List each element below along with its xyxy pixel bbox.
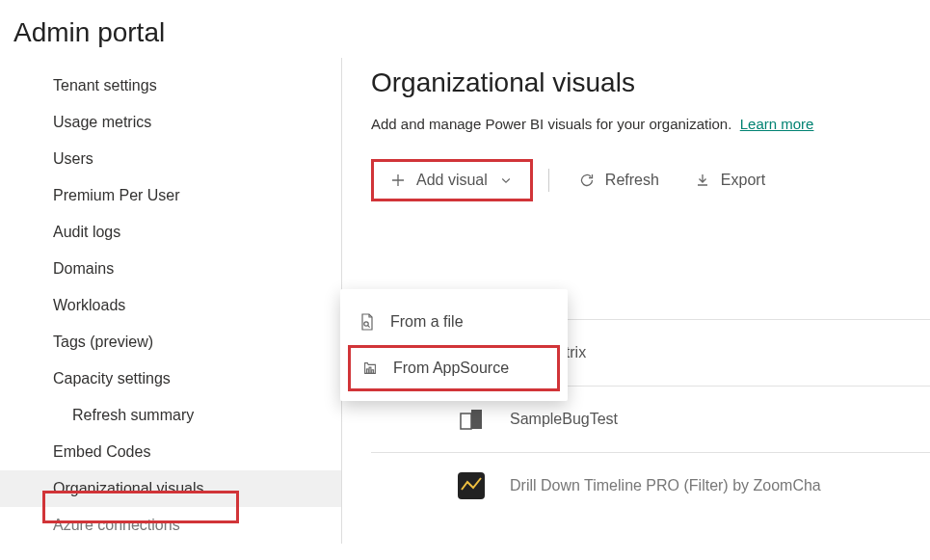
dropdown-from-appsource-label: From AppSource — [393, 360, 509, 377]
sidebar-item-azure-connections[interactable]: Azure connections — [0, 507, 341, 544]
sidebar-item-embed-codes[interactable]: Embed Codes — [0, 434, 341, 470]
list-item[interactable]: Drill Down Timeline PRO (Filter) by Zoom… — [371, 453, 930, 519]
export-label: Export — [721, 172, 765, 189]
sidebar-item-refresh-summary[interactable]: Refresh summary — [0, 397, 341, 434]
toolbar: Add visual Refresh Export — [371, 159, 930, 213]
refresh-label: Refresh — [605, 172, 659, 189]
svg-rect-7 — [471, 410, 482, 429]
sidebar-item-audit-logs[interactable]: Audit logs — [0, 214, 341, 251]
sidebar-item-tags[interactable]: Tags (preview) — [0, 324, 341, 360]
export-button[interactable]: Export — [680, 164, 779, 197]
plus-icon — [389, 172, 407, 189]
main: Organizational visuals Add and manage Po… — [342, 58, 930, 544]
list-item-label: SampleBugTest — [510, 411, 618, 428]
toolbar-separator — [548, 169, 549, 192]
file-icon — [358, 312, 377, 332]
sidebar-item-workloads[interactable]: Workloads — [0, 287, 341, 324]
content: Tenant settings Usage metrics Users Prem… — [0, 58, 930, 544]
dropdown-from-appsource[interactable]: From AppSource — [348, 345, 560, 391]
main-description-text: Add and manage Power BI visuals for your… — [371, 116, 731, 132]
sidebar-item-capacity-settings[interactable]: Capacity settings — [0, 360, 341, 397]
add-visual-button[interactable]: Add visual — [376, 164, 528, 197]
main-description: Add and manage Power BI visuals for your… — [371, 116, 930, 132]
visual-icon — [458, 406, 485, 433]
page-title: Admin portal — [0, 0, 930, 58]
sidebar-item-organizational-visuals[interactable]: Organizational visuals — [0, 470, 341, 507]
add-visual-label: Add visual — [416, 172, 488, 189]
dropdown-from-file-label: From a file — [390, 313, 464, 331]
visual-icon — [458, 472, 485, 499]
sidebar-item-users[interactable]: Users — [0, 141, 341, 177]
add-visual-dropdown: From a file From AppSource — [340, 289, 568, 401]
sidebar: Tenant settings Usage metrics Users Prem… — [0, 58, 342, 544]
dropdown-from-file[interactable]: From a file — [340, 299, 568, 345]
appsource-icon — [360, 359, 380, 378]
export-icon — [694, 172, 711, 189]
svg-rect-6 — [461, 413, 471, 429]
refresh-button[interactable]: Refresh — [565, 164, 673, 197]
sidebar-item-domains[interactable]: Domains — [0, 251, 341, 287]
svg-rect-3 — [372, 370, 374, 374]
sidebar-item-usage-metrics[interactable]: Usage metrics — [0, 104, 341, 141]
sidebar-item-tenant-settings[interactable]: Tenant settings — [0, 67, 341, 104]
highlight-add-visual: Add visual — [371, 159, 533, 201]
svg-rect-1 — [366, 369, 368, 374]
list-item-label: Drill Down Timeline PRO (Filter) by Zoom… — [510, 477, 821, 494]
svg-point-0 — [364, 322, 368, 326]
learn-more-link[interactable]: Learn more — [740, 116, 814, 132]
sidebar-item-premium-per-user[interactable]: Premium Per User — [0, 177, 341, 214]
chevron-down-icon — [497, 172, 515, 189]
refresh-icon — [578, 172, 596, 189]
main-title: Organizational visuals — [371, 67, 930, 98]
svg-rect-2 — [369, 367, 371, 373]
